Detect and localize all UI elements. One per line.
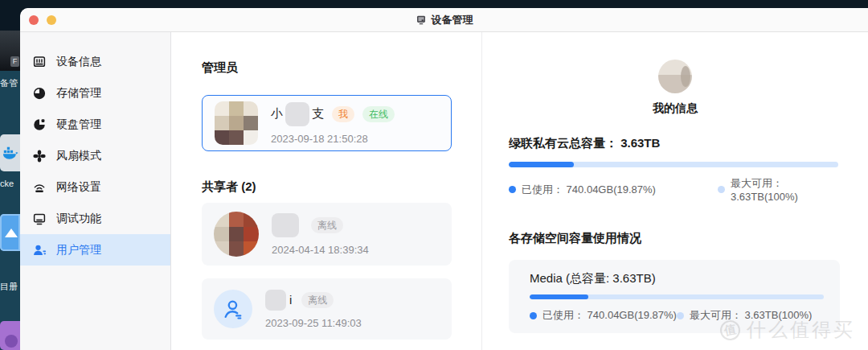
close-button[interactable] [29,15,39,25]
disk-icon [32,117,47,132]
media-progressbar [530,294,824,299]
fan-icon [32,149,47,163]
profile-avatar [658,60,692,93]
photos-app-icon[interactable] [0,214,20,251]
background-label-fragment: 目册 [0,281,20,293]
media-space-card: Media (总容量: 3.63TB) 已使用： 740.04GB(19.87%… [509,260,840,333]
available-dot-icon [718,186,725,193]
titlebar[interactable]: 设备管理 [20,8,868,32]
status-badge: 在线 [362,106,395,122]
users-icon [32,243,47,257]
docker-app-icon[interactable] [0,134,20,171]
window-title-group: 设备管理 [416,13,473,27]
person-icon [222,298,244,320]
legend-available: 最大可用： 3.63TB(100%) [718,176,838,203]
available-label: 最大可用： 3.63TB(100%) [690,308,812,323]
shared-user-card[interactable]: 离线 2024-04-14 18:39:34 [202,203,452,266]
media-space-label: Media (总容量: 3.63TB) [530,270,824,286]
sidebar-item-fan[interactable]: 风扇模式 [20,140,170,171]
background-label-fragment: cke [0,179,20,188]
debug-icon [32,212,47,226]
device-icon [416,14,427,26]
user-list-panel: 管理员 小 支 我 在线 [171,32,482,350]
network-icon [32,180,47,195]
used-label: 已使用： 740.04GB(19.87%) [522,183,656,197]
shared-user-card[interactable]: i 离线 2023-09-25 11:49:03 [202,278,452,340]
sidebar-item-storage[interactable]: 存储管理 [20,77,170,109]
me-badge: 我 [332,106,354,122]
redacted-name-box [265,290,286,311]
profile-title: 我的信息 [482,101,868,116]
used-dot-icon [509,186,516,193]
purple-app-icon[interactable] [0,321,20,350]
window-title: 设备管理 [432,13,473,27]
used-label: 已使用： 740.04GB(19.87%) [542,308,677,323]
device-photo-badge: F [10,56,19,67]
admin-user-card[interactable]: 小 支 我 在线 2023-09-18 21:50:28 [202,95,452,151]
screen: F 备管 cke 目册 [0,0,868,350]
background-label-fragment: 备管 [0,77,20,89]
sidebar-item-debug[interactable]: 调试功能 [20,203,170,234]
user-name-suffix: 支 [312,106,324,121]
device-management-window: 设备管理 设备信息 存 [20,8,868,350]
background-window-strip: F 备管 cke 目册 [0,0,20,350]
avatar [214,212,259,257]
available-dot-icon [677,312,684,319]
sidebar-item-label: 风扇模式 [56,149,101,163]
sidebar-item-network[interactable]: 网络设置 [20,171,170,203]
user-name-prefix: 小 [271,106,283,121]
sidebar-item-label: 调试功能 [56,212,101,226]
sidebar: 设备信息 存储管理 硬盘管理 [20,32,171,350]
sidebar-item-label: 用户管理 [56,243,101,257]
user-name-suffix: i [289,293,292,307]
redacted-name-box [272,213,299,237]
purple-icon-inner [5,335,18,348]
sidebar-item-disk[interactable]: 硬盘管理 [20,109,170,140]
available-label: 最大可用： 3.63TB(100%) [731,176,838,203]
sidebar-item-label: 设备信息 [56,55,101,69]
progress-fill [509,162,574,167]
sidebar-item-device-info[interactable]: 设备信息 [20,46,170,77]
legend-available: 最大可用： 3.63TB(100%) [677,308,812,323]
admin-section-title: 管理员 [202,60,461,76]
sidebar-item-users[interactable]: 用户管理 [20,234,170,266]
docker-whale-icon [2,145,18,161]
total-capacity-label: 绿联私有云总容量： 3.63TB [509,135,838,151]
storage-spaces-title: 各存储空间容量使用情况 [509,230,838,246]
last-login-time: 2024-04-14 18:39:34 [272,244,369,256]
legend-used: 已使用： 740.04GB(19.87%) [530,308,677,323]
total-capacity-progressbar [509,162,838,167]
device-info-icon [32,55,47,69]
profile-panel: 我的信息 绿联私有云总容量： 3.63TB 已使用： 740.04GB(19.8… [482,32,868,350]
sidebar-item-label: 硬盘管理 [56,117,101,132]
status-badge: 离线 [311,217,343,233]
sidebar-item-label: 网络设置 [56,180,101,195]
avatar [215,101,258,145]
window-body: 设备信息 存储管理 硬盘管理 [20,32,868,350]
last-login-time: 2023-09-25 11:49:03 [265,317,362,329]
background-sidebar [0,71,20,350]
progress-fill [530,294,588,299]
used-dot-icon [530,312,537,319]
shared-section-title: 共享者 (2) [202,179,461,195]
legend-used: 已使用： 740.04GB(19.87%) [509,183,718,197]
triangle-icon [5,229,18,237]
status-badge: 离线 [301,292,334,308]
default-avatar [214,290,252,328]
minimize-button[interactable] [47,15,56,25]
redacted-name-box [285,102,309,126]
last-login-time: 2023-09-18 21:50:28 [271,133,395,145]
storage-icon [32,86,47,101]
sidebar-item-label: 存储管理 [56,86,101,101]
